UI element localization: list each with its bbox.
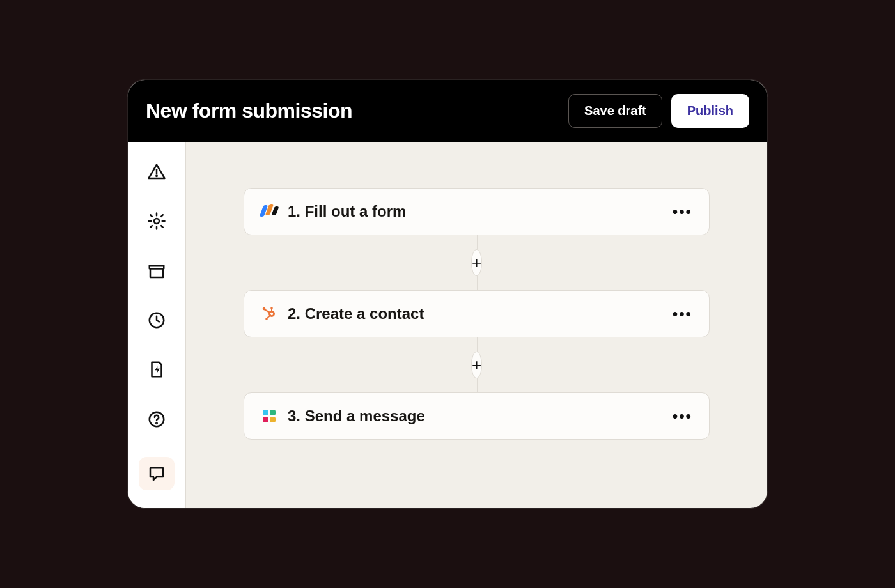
- sidebar-item-history[interactable]: [144, 308, 169, 332]
- save-draft-button[interactable]: Save draft: [568, 94, 662, 128]
- connector: +: [476, 337, 478, 392]
- title-actions: Save draft Publish: [568, 94, 749, 128]
- step-more-button[interactable]: •••: [673, 204, 692, 219]
- editor-body: 1. Fill out a form ••• + 2.: [128, 142, 767, 508]
- step-more-button[interactable]: •••: [673, 306, 692, 321]
- sidebar-item-alerts[interactable]: [144, 160, 169, 183]
- sidebar-item-settings[interactable]: [144, 209, 169, 233]
- add-step-button[interactable]: +: [471, 352, 482, 378]
- plus-icon: +: [472, 357, 481, 373]
- svg-rect-3: [150, 268, 163, 277]
- warning-icon: [147, 162, 166, 182]
- clock-icon: [147, 311, 166, 330]
- hubspot-app-icon: [261, 306, 277, 322]
- workflow-canvas: 1. Fill out a form ••• + 2.: [186, 142, 767, 508]
- svg-rect-14: [271, 308, 272, 312]
- sidebar-item-power[interactable]: [144, 358, 169, 382]
- page-title: New form submission: [146, 99, 352, 123]
- archive-icon: [147, 261, 166, 281]
- sidebar: [128, 142, 186, 508]
- add-step-button[interactable]: +: [471, 249, 482, 276]
- step-card-3[interactable]: 3. Send a message •••: [244, 392, 710, 440]
- help-icon: [147, 410, 166, 429]
- form-app-icon: [261, 203, 277, 220]
- svg-rect-4: [150, 265, 164, 268]
- step-more-button[interactable]: •••: [673, 408, 692, 424]
- svg-point-2: [154, 219, 159, 224]
- step-label: 2. Create a contact: [288, 305, 662, 323]
- slack-app-icon: [261, 408, 277, 424]
- workflow-flow: 1. Fill out a form ••• + 2.: [244, 188, 710, 440]
- connector: +: [476, 235, 478, 290]
- publish-button[interactable]: Publish: [671, 94, 749, 128]
- sidebar-item-archive[interactable]: [144, 259, 169, 282]
- gear-icon: [147, 212, 166, 231]
- bolt-file-icon: [147, 360, 166, 379]
- svg-point-7: [156, 422, 157, 424]
- svg-point-1: [156, 175, 157, 176]
- sidebar-item-help[interactable]: [144, 407, 169, 431]
- workflow-editor-window: New form submission Save draft Publish: [127, 79, 768, 509]
- step-label: 3. Send a message: [288, 407, 662, 425]
- step-card-1[interactable]: 1. Fill out a form •••: [244, 188, 710, 235]
- step-card-2[interactable]: 2. Create a contact •••: [244, 290, 710, 337]
- svg-rect-13: [264, 309, 270, 313]
- plus-icon: +: [472, 254, 481, 271]
- step-label: 1. Fill out a form: [288, 203, 662, 220]
- sidebar-item-comments[interactable]: [139, 457, 175, 490]
- titlebar: New form submission Save draft Publish: [128, 80, 767, 142]
- chat-icon: [147, 464, 166, 483]
